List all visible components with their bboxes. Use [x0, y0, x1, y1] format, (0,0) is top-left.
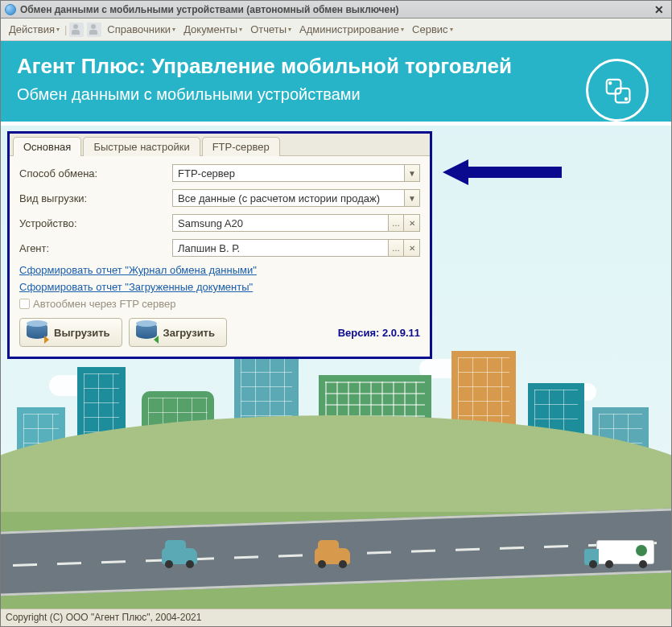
chevron-down-icon: ▾: [450, 26, 453, 33]
user-icon[interactable]: [69, 23, 84, 37]
chevron-down-icon: ▾: [239, 26, 242, 33]
menu-admin[interactable]: Администрирование ▾: [296, 22, 407, 37]
menu-actions-label: Действия: [9, 23, 55, 35]
version-label: Версия: 2.0.9.11: [338, 327, 420, 339]
chevron-down-icon: ▾: [172, 26, 175, 33]
annotation-arrow-icon: [443, 158, 563, 187]
dropdown-icon[interactable]: ▼: [404, 164, 420, 182]
link-report-loaded-docs[interactable]: Сформировать отчет "Загруженные документ…: [19, 281, 253, 293]
globe-icon: [5, 4, 16, 15]
clear-icon[interactable]: ✕: [404, 214, 420, 232]
svg-rect-0: [607, 80, 621, 94]
menu-reports-label: Отчеты: [250, 23, 287, 35]
window-title: Обмен данными с мобильными устройствами …: [20, 4, 399, 15]
exchange-method-input[interactable]: [172, 164, 404, 182]
menu-documents[interactable]: Документы ▾: [180, 22, 245, 37]
exchange-method-label: Способ обмена:: [19, 167, 172, 179]
exchange-panel: Основная Быстрые настройки FTP-сервер Сп…: [7, 131, 432, 359]
user-icon[interactable]: [87, 23, 101, 37]
chevron-down-icon: ▾: [288, 26, 291, 33]
svg-rect-1: [616, 89, 630, 103]
copyright-text: Copyright (C) ООО "Агент Плюс", 2004-202…: [6, 612, 201, 623]
ellipsis-icon[interactable]: …: [388, 214, 404, 232]
tab-quick-settings[interactable]: Быстрые настройки: [83, 137, 200, 156]
checkbox-icon[interactable]: [19, 299, 30, 309]
titlebar: Обмен данными с мобильными устройствами …: [1, 1, 671, 19]
device-input[interactable]: [172, 214, 388, 232]
menu-references[interactable]: Справочники ▾: [104, 22, 179, 37]
database-export-icon: [27, 323, 47, 342]
menu-service-label: Сервис: [412, 23, 448, 35]
agent-label: Агент:: [19, 242, 172, 254]
plugin-icon: [586, 59, 649, 122]
banner: Агент Плюс: Управление мобильной торговл…: [1, 41, 671, 122]
export-button[interactable]: Выгрузить: [19, 318, 122, 347]
agent-field[interactable]: … ✕: [172, 239, 420, 257]
import-button[interactable]: Загрузить: [129, 318, 227, 347]
menu-references-label: Справочники: [107, 23, 171, 35]
agent-input[interactable]: [172, 239, 388, 257]
tab-main-label: Основная: [23, 141, 71, 153]
menu-documents-label: Документы: [183, 23, 237, 35]
import-button-label: Загрузить: [163, 327, 215, 339]
chevron-down-icon: ▾: [56, 26, 60, 33]
exchange-method-select[interactable]: ▼: [172, 164, 420, 182]
close-icon[interactable]: ✕: [651, 3, 667, 16]
clear-icon[interactable]: ✕: [404, 239, 420, 257]
autoexchange-checkbox-row[interactable]: Автообмен через FTP сервер: [19, 298, 420, 310]
tab-main[interactable]: Основная: [13, 137, 81, 156]
footer: Copyright (C) ООО "Агент Плюс", 2004-202…: [1, 608, 671, 626]
menubar: Действия ▾ | Справочники ▾ Документы ▾ О…: [1, 19, 671, 41]
export-button-label: Выгрузить: [54, 327, 110, 339]
form: Способ обмена: ▼ Вид выгрузки: ▼ Устройс…: [10, 156, 430, 357]
menu-service[interactable]: Сервис ▾: [409, 22, 456, 37]
tabs: Основная Быстрые настройки FTP-сервер: [10, 134, 430, 156]
link-report-journal[interactable]: Сформировать отчет "Журнал обмена данным…: [19, 264, 257, 276]
export-type-select[interactable]: ▼: [172, 189, 420, 207]
svg-point-3: [625, 98, 627, 100]
tab-ftp-server[interactable]: FTP-сервер: [202, 137, 280, 156]
dropdown-icon[interactable]: ▼: [404, 189, 420, 207]
menu-admin-label: Администрирование: [299, 23, 399, 35]
banner-subtitle: Обмен данными с мобильными устройствами: [17, 85, 655, 104]
device-label: Устройство:: [19, 217, 172, 229]
export-type-input[interactable]: [172, 189, 404, 207]
export-type-label: Вид выгрузки:: [19, 192, 172, 204]
banner-title: Агент Плюс: Управление мобильной торговл…: [17, 54, 655, 79]
ellipsis-icon[interactable]: …: [388, 239, 404, 257]
chevron-down-icon: ▾: [401, 26, 404, 33]
svg-point-2: [609, 82, 611, 84]
menu-actions[interactable]: Действия ▾: [6, 22, 63, 37]
tab-ftp-label: FTP-сервер: [212, 141, 270, 153]
svg-marker-4: [443, 159, 562, 185]
tab-quick-label: Быстрые настройки: [93, 141, 189, 153]
database-import-icon: [136, 323, 157, 342]
menu-reports[interactable]: Отчеты ▾: [247, 22, 295, 37]
autoexchange-label: Автообмен через FTP сервер: [33, 298, 176, 310]
device-field[interactable]: … ✕: [172, 214, 420, 232]
